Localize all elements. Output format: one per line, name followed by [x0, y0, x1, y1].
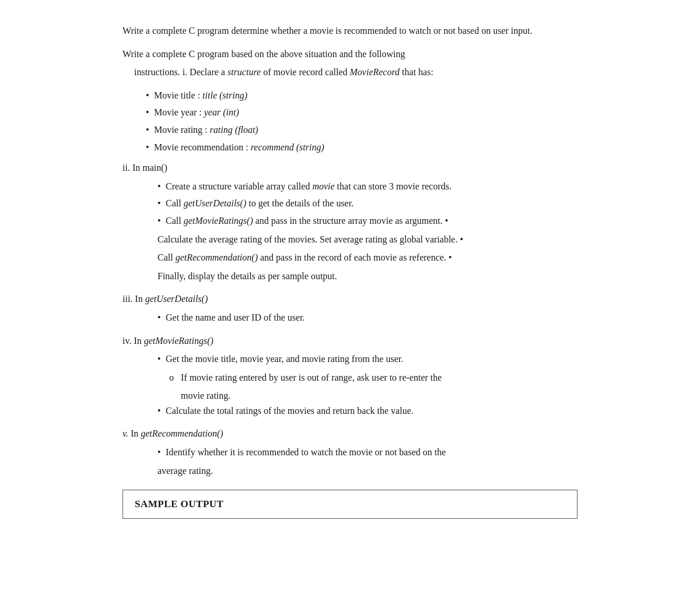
section-ii-bullets: Create a structure variable array called…	[158, 179, 578, 229]
section-iv-circle-bullets: If movie rating entered by user is out o…	[169, 370, 578, 385]
inst-text-start: instructions. i. Declare a	[134, 67, 228, 77]
bullet3-text-end: and pass in the structure array movie as…	[253, 216, 449, 226]
section-ii-bullet-3: Call getMovieRatings() and pass in the s…	[158, 213, 578, 229]
intro-text-1: Write a complete C program determine whe…	[123, 26, 533, 36]
circle-cont-text: movie rating.	[181, 391, 230, 400]
bullet2-text-start: Call	[166, 198, 184, 208]
field-year: Movie year : year (int)	[146, 105, 578, 120]
section-v-bullets: Identify whether it is recommended to wa…	[158, 445, 578, 460]
inst-text-mid: of movie record called	[261, 67, 349, 77]
section-v-roman: v.	[123, 428, 128, 438]
field-year-label: Movie year :	[154, 107, 204, 117]
section-iii-bullet-text: Get the name and user ID of the user.	[166, 312, 305, 322]
section-iii-roman: iii. In	[123, 294, 145, 304]
field-title: Movie title : title (string)	[146, 88, 578, 103]
section-v-bullet-1: Identify whether it is recommended to wa…	[158, 445, 578, 460]
bullet1-italic: movie	[312, 181, 334, 191]
section-v-italic: getRecommendation()	[141, 428, 223, 438]
structure-fields-list: Movie title : title (string) Movie year …	[146, 88, 578, 154]
section-ii: ii. In main() Create a structure variabl…	[123, 160, 578, 283]
section-iii-bullets: Get the name and user ID of the user.	[158, 310, 578, 325]
section-iii-bullet-1: Get the name and user ID of the user.	[158, 310, 578, 325]
intro-paragraph-1: Write a complete C program determine whe…	[123, 23, 578, 38]
section-v-header: v. In getRecommendation()	[123, 426, 578, 441]
section-iv-bullet2-text: Calculate the total ratings of the movie…	[166, 406, 414, 416]
section-v: v. In getRecommendation() Identify wheth…	[123, 426, 578, 478]
cont2-end: and pass in the record of each movie as …	[258, 252, 452, 262]
section-iv-italic: getMovieRatings()	[144, 336, 214, 346]
section-iii-header: iii. In getUserDetails()	[123, 291, 578, 307]
field-title-label: Movie title :	[154, 90, 202, 100]
section-iv-bullet-2: Calculate the total ratings of the movie…	[158, 403, 578, 419]
section-ii-header-text: ii. In main()	[123, 163, 167, 173]
inst-text-italic1: structure	[228, 67, 261, 77]
bullet2-text-end: to get the details of the user.	[246, 198, 354, 208]
instructions-line: instructions. i. Declare a structure of …	[134, 65, 578, 80]
cont2-start: Call	[158, 252, 176, 262]
page-container: Write a complete C program determine whe…	[88, 0, 612, 554]
circle1-text: If movie rating entered by user is out o…	[181, 372, 442, 382]
bullet1-text-end: that can store 3 movie records.	[335, 181, 452, 191]
field-rating-label: Movie rating :	[154, 125, 210, 135]
field-recommend-italic: recommend (string)	[251, 142, 324, 152]
field-rating-italic: rating (float)	[210, 125, 258, 135]
section-iv-bullet-1: Get the movie title, movie year, and mov…	[158, 352, 578, 367]
section-iv-roman: iv. In	[123, 336, 144, 346]
section-iv-bullet1-text: Get the movie title, movie year, and mov…	[166, 354, 403, 364]
field-title-italic: title (string)	[202, 90, 247, 100]
intro-text-2: Write a complete C program based on the …	[123, 49, 405, 59]
bullet2-italic: getUserDetails()	[184, 198, 247, 208]
intro-paragraph-2: Write a complete C program based on the …	[123, 47, 578, 62]
section-v-cont-text: average rating.	[158, 466, 213, 476]
section-v-continuation: average rating.	[158, 463, 578, 479]
inst-text-end: that has:	[400, 67, 433, 77]
field-recommend-label: Movie recommendation :	[154, 142, 251, 152]
section-ii-bullet-2: Call getUserDetails() to get the details…	[158, 196, 578, 211]
section-iv-bullets: Get the movie title, movie year, and mov…	[158, 352, 578, 367]
sample-output-box: SAMPLE OUTPUT	[123, 490, 578, 519]
section-ii-continuation3: Finally, display the details as per samp…	[158, 269, 578, 284]
section-iv: iv. In getMovieRatings() Get the movie t…	[123, 333, 578, 419]
section-iii: iii. In getUserDetails() Get the name an…	[123, 291, 578, 325]
section-iv-circle-1: If movie rating entered by user is out o…	[169, 370, 578, 385]
bullet1-text-start: Create a structure variable array called	[166, 181, 312, 191]
section-ii-bullet-1: Create a structure variable array called…	[158, 179, 578, 194]
section-v-bullet1-text: Identify whether it is recommended to wa…	[166, 447, 446, 457]
bullet3-text-start: Call	[166, 216, 184, 226]
section-v-in: In	[128, 428, 141, 438]
field-year-italic: year (int)	[204, 107, 239, 117]
sample-output-label: SAMPLE OUTPUT	[135, 498, 223, 509]
cont1-text: Calculate the average rating of the movi…	[158, 234, 463, 244]
section-iv-bullets-2: Calculate the total ratings of the movie…	[158, 403, 578, 419]
section-iii-italic: getUserDetails()	[145, 294, 208, 304]
cont2-italic: getRecommendation()	[176, 252, 258, 262]
bullet3-italic: getMovieRatings()	[184, 216, 253, 226]
section-ii-continuation1: Calculate the average rating of the movi…	[158, 232, 578, 247]
field-recommend: Movie recommendation : recommend (string…	[146, 140, 578, 155]
field-rating: Movie rating : rating (float)	[146, 122, 578, 138]
cont3-text: Finally, display the details as per samp…	[158, 271, 337, 281]
section-ii-header: ii. In main()	[123, 160, 578, 175]
section-iv-header: iv. In getMovieRatings()	[123, 333, 578, 349]
inst-text-italic2: MovieRecord	[350, 67, 400, 77]
section-ii-continuation2: Call getRecommendation() and pass in the…	[158, 250, 578, 265]
circle-continuation: movie rating.	[181, 388, 578, 403]
